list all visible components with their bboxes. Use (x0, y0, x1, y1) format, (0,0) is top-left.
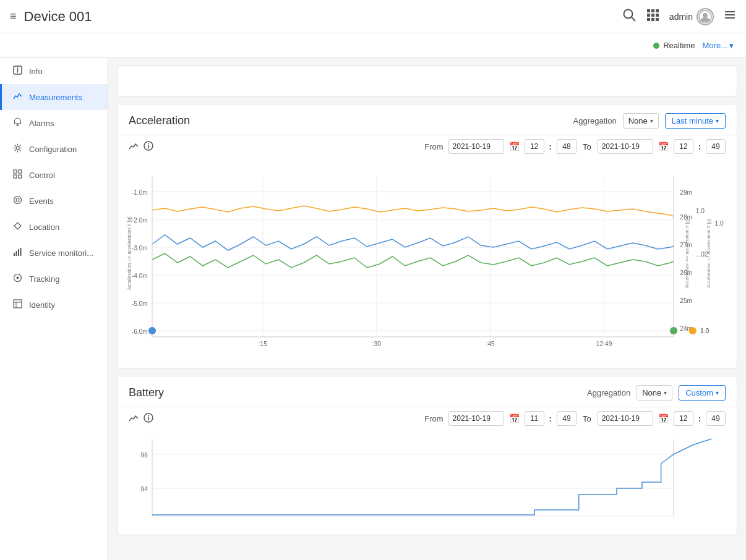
battery-to-min[interactable] (706, 411, 726, 426)
svg-point-12 (703, 13, 708, 18)
svg-rect-7 (656, 14, 659, 17)
svg-rect-6 (651, 14, 654, 17)
measurements-icon (12, 91, 23, 103)
svg-rect-2 (647, 9, 650, 12)
main-layout: Info Measurements Alarms Configuration (0, 58, 746, 560)
svg-text:29m: 29m (680, 189, 692, 196)
sidebar-label-tracking: Tracking (29, 274, 59, 284)
battery-aggregation-select[interactable]: None ▾ (637, 385, 672, 401)
acceleration-from-min[interactable] (557, 139, 577, 154)
sidebar-item-measurements[interactable]: Measurements (0, 84, 108, 110)
svg-rect-31 (20, 248, 21, 256)
chart-type-icon[interactable] (129, 141, 139, 153)
acceleration-section: Acceleration Aggregation None ▾ Last min… (117, 104, 737, 368)
acceleration-to-min[interactable] (706, 139, 726, 154)
sidebar-item-service-monitoring[interactable]: Service monitori... (0, 240, 108, 266)
acceleration-aggregation-label: Aggregation (573, 116, 617, 125)
acceleration-aggregation-select[interactable]: None ▾ (623, 113, 659, 129)
sidebar-item-alarms[interactable]: Alarms (0, 110, 108, 136)
svg-text:12:49: 12:49 (596, 341, 612, 347)
acceleration-to-hour[interactable] (674, 139, 693, 154)
battery-chart-info-icon[interactable] (144, 413, 153, 425)
aggregation-dropdown-icon: ▾ (650, 117, 653, 124)
acceleration-header: Acceleration Aggregation None ▾ Last min… (118, 104, 737, 135)
acceleration-to-date[interactable] (598, 139, 653, 154)
svg-text:94: 94 (140, 486, 148, 493)
svg-point-20 (16, 146, 19, 150)
sidebar-label-identity: Identity (29, 300, 55, 310)
svg-text:-5.0m: -5.0m (132, 300, 148, 307)
info-icon (12, 66, 23, 77)
acceleration-from-date[interactable] (448, 139, 504, 154)
svg-text:1.0: 1.0 (696, 208, 705, 214)
acceleration-title: Acceleration (129, 114, 190, 127)
battery-timerange-button[interactable]: Custom ▾ (679, 385, 726, 401)
svg-rect-4 (656, 9, 659, 12)
sidebar-label-service-monitoring: Service monitori... (29, 248, 93, 258)
sidebar-item-location[interactable]: Location (0, 214, 108, 240)
sidebar-item-info[interactable]: Info (0, 58, 108, 84)
apps-icon[interactable] (646, 8, 659, 25)
acceleration-from-hour[interactable] (525, 139, 544, 154)
sidebar-item-identity[interactable]: Identity (0, 292, 108, 318)
svg-rect-5 (647, 14, 650, 17)
battery-chart-type-icon[interactable] (129, 413, 139, 425)
configuration-icon (12, 143, 23, 155)
svg-text:1.0: 1.0 (700, 328, 710, 334)
svg-text:25m: 25m (680, 297, 692, 304)
realtime-label: Realtime (663, 41, 695, 50)
battery-to-calendar-icon[interactable]: 📅 (658, 414, 669, 423)
events-icon (12, 195, 23, 206)
alarms-icon (12, 117, 23, 129)
sidebar-item-control[interactable]: Control (0, 162, 108, 188)
battery-controls: Aggregation None ▾ Custom ▾ (587, 385, 726, 401)
sidebar-item-tracking[interactable]: Tracking (0, 266, 108, 292)
timerange-dropdown-icon: ▾ (716, 117, 719, 124)
chart-info-icon[interactable] (144, 141, 153, 153)
search-icon[interactable] (622, 8, 636, 25)
to-calendar-icon[interactable]: 📅 (658, 142, 669, 151)
sub-header: Realtime More... (0, 33, 746, 58)
range-separator: To (583, 142, 591, 151)
battery-to-date[interactable] (598, 411, 653, 426)
options-icon[interactable] (724, 9, 736, 24)
sidebar-item-configuration[interactable]: Configuration (0, 136, 108, 162)
svg-point-76 (670, 327, 677, 334)
battery-to-hour[interactable] (674, 411, 693, 426)
battery-from-calendar-icon[interactable]: 📅 (509, 414, 520, 423)
top-header: ≡ Device 001 admin (0, 0, 746, 33)
battery-toolbar-right: From 📅 : To 📅 : (424, 411, 726, 426)
hamburger-icon[interactable]: ≡ (10, 10, 17, 23)
svg-text::45: :45 (486, 341, 495, 347)
acceleration-timerange-button[interactable]: Last minute ▾ (665, 113, 726, 129)
svg-rect-30 (18, 249, 19, 256)
acceleration-chart-area: -1.0m -2.0m -3.0m -4.0m -5.0m -6.0m Acce… (118, 158, 737, 368)
sidebar-label-alarms: Alarms (29, 119, 54, 128)
battery-from-min[interactable] (557, 411, 577, 426)
sidebar-label-info: Info (29, 67, 43, 76)
svg-text:-2.0m: -2.0m (132, 217, 148, 224)
from-calendar-icon[interactable]: 📅 (509, 142, 520, 151)
main-content: Acceleration Aggregation None ▾ Last min… (108, 58, 746, 560)
svg-point-0 (624, 10, 632, 19)
svg-point-75 (148, 327, 156, 334)
more-button[interactable]: More... (703, 41, 734, 50)
control-icon (12, 169, 23, 180)
realtime-indicator: Realtime (653, 41, 695, 50)
battery-header: Battery Aggregation None ▾ Custom ▾ (118, 376, 737, 407)
battery-from-hour[interactable] (525, 411, 544, 426)
svg-rect-3 (651, 9, 654, 12)
tracking-icon (12, 273, 23, 284)
sidebar-item-events[interactable]: Events (0, 188, 108, 214)
user-menu[interactable]: admin (669, 8, 714, 25)
svg-text::30: :30 (372, 341, 382, 347)
battery-timerange-dropdown-icon: ▾ (716, 389, 719, 396)
battery-from-date[interactable] (448, 411, 504, 426)
svg-rect-24 (19, 175, 22, 178)
svg-point-33 (16, 277, 19, 279)
svg-text:96: 96 (140, 452, 148, 459)
battery-aggregation-dropdown-icon: ▾ (664, 389, 667, 396)
identity-icon (12, 299, 23, 310)
svg-rect-23 (14, 175, 17, 178)
battery-chart-area: 96 94 (118, 430, 737, 535)
